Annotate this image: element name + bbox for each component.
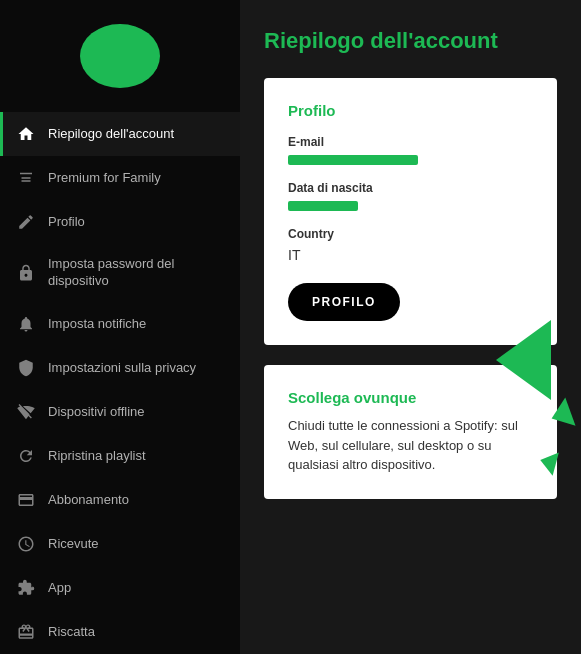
scollega-description: Chiudi tutte le connessioni a Spotify: s… xyxy=(288,416,533,475)
sidebar-nav: Riepilogo dell'account Premium for Famil… xyxy=(0,112,240,654)
birth-value-bar xyxy=(288,201,358,211)
main-content: Riepilogo dell'account Profilo E-mail Da… xyxy=(240,0,581,654)
sidebar-item-label: Impostazioni sulla privacy xyxy=(48,360,224,377)
badge-icon xyxy=(16,168,36,188)
sidebar-item-label: Profilo xyxy=(48,214,224,231)
sidebar: Riepilogo dell'account Premium for Famil… xyxy=(0,0,240,654)
sidebar-item-privacy[interactable]: Impostazioni sulla privacy xyxy=(0,346,240,390)
sidebar-item-abbonamento[interactable]: Abbonamento xyxy=(0,478,240,522)
gift-icon xyxy=(16,622,36,642)
bell-icon xyxy=(16,314,36,334)
sidebar-item-profilo[interactable]: Profilo xyxy=(0,200,240,244)
sidebar-item-app[interactable]: App xyxy=(0,566,240,610)
sidebar-item-label: App xyxy=(48,580,224,597)
country-value: IT xyxy=(288,247,533,263)
sidebar-item-playlist[interactable]: Ripristina playlist xyxy=(0,434,240,478)
puzzle-icon xyxy=(16,578,36,598)
sidebar-item-ricevute[interactable]: Ricevute xyxy=(0,522,240,566)
edit-icon xyxy=(16,212,36,232)
card-icon xyxy=(16,490,36,510)
shield-icon xyxy=(16,358,36,378)
decor-triangle-large xyxy=(496,320,551,400)
sidebar-item-password[interactable]: Imposta password del dispositivo xyxy=(0,244,240,302)
clock-icon xyxy=(16,534,36,554)
refresh-icon xyxy=(16,446,36,466)
profile-section-title: Profilo xyxy=(288,102,533,119)
sidebar-item-label: Riepilogo dell'account xyxy=(48,126,224,143)
lock-icon xyxy=(16,263,36,283)
profilo-button[interactable]: PROFILO xyxy=(288,283,400,321)
sidebar-item-label: Imposta password del dispositivo xyxy=(48,256,224,290)
sidebar-item-notifiche[interactable]: Imposta notifiche xyxy=(0,302,240,346)
email-value-bar xyxy=(288,155,418,165)
sidebar-item-label: Ripristina playlist xyxy=(48,448,224,465)
birth-label: Data di nascita xyxy=(288,181,533,195)
sidebar-item-offline[interactable]: Dispositivi offline xyxy=(0,390,240,434)
sidebar-item-riepilogo[interactable]: Riepilogo dell'account xyxy=(0,112,240,156)
sidebar-item-riscatta[interactable]: Riscatta xyxy=(0,610,240,654)
email-label: E-mail xyxy=(288,135,533,149)
sidebar-item-label: Imposta notifiche xyxy=(48,316,224,333)
sidebar-item-label: Ricevute xyxy=(48,536,224,553)
sidebar-item-premium[interactable]: Premium for Family xyxy=(0,156,240,200)
country-label: Country xyxy=(288,227,533,241)
profile-card: Profilo E-mail Data di nascita Country I… xyxy=(264,78,557,345)
page-title: Riepilogo dell'account xyxy=(264,28,557,54)
sidebar-item-label: Riscatta xyxy=(48,624,224,641)
avatar xyxy=(80,24,160,88)
home-icon xyxy=(16,124,36,144)
sidebar-item-label: Abbonamento xyxy=(48,492,224,509)
offline-icon xyxy=(16,402,36,422)
sidebar-item-label: Premium for Family xyxy=(48,170,224,187)
sidebar-item-label: Dispositivi offline xyxy=(48,404,224,421)
